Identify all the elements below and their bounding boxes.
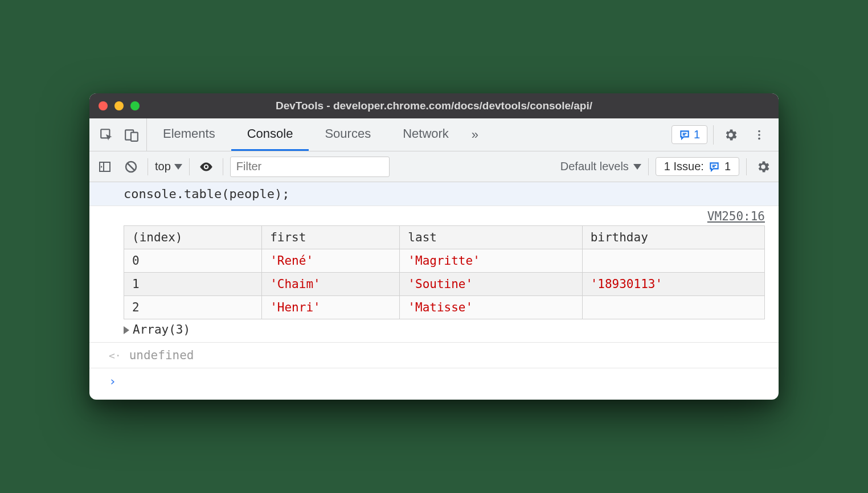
- tab-network[interactable]: Network: [387, 118, 465, 151]
- context-selector[interactable]: top: [155, 160, 182, 173]
- array-summary: Array(3): [133, 323, 190, 336]
- console-table-wrap: (index) first last birthday 0 'René' 'Ma…: [89, 225, 779, 319]
- prompt-glyph: ›: [109, 374, 116, 388]
- messages-count: 1: [694, 128, 700, 141]
- svg-point-4: [758, 134, 760, 136]
- more-tabs-button[interactable]: »: [465, 118, 485, 151]
- devtools-window: DevTools - developer.chrome.com/docs/dev…: [89, 93, 779, 400]
- topright-controls: 1: [672, 118, 774, 151]
- more-options-icon[interactable]: [748, 129, 771, 141]
- inspect-element-icon[interactable]: [94, 118, 119, 151]
- cell-last: 'Magritte': [400, 249, 582, 273]
- svg-point-3: [758, 130, 760, 132]
- levels-label: Default levels: [560, 160, 629, 173]
- cell-birthday: '18930113': [582, 273, 764, 296]
- window-title: DevTools - developer.chrome.com/docs/dev…: [89, 100, 779, 112]
- zoom-window-button[interactable]: [130, 101, 140, 110]
- chevron-down-icon: [174, 164, 182, 170]
- context-label: top: [155, 160, 171, 173]
- cell-birthday: [582, 296, 764, 319]
- cell-index: 0: [124, 249, 262, 273]
- cell-index: 1: [124, 273, 262, 296]
- device-toolbar-icon[interactable]: [119, 118, 144, 151]
- return-arrow-icon: <·: [109, 350, 121, 361]
- live-expression-icon[interactable]: [196, 157, 216, 176]
- close-window-button[interactable]: [99, 101, 108, 110]
- tab-sources[interactable]: Sources: [309, 118, 387, 151]
- th-first[interactable]: first: [262, 226, 400, 249]
- array-summary-line[interactable]: Array(3): [89, 319, 779, 343]
- cell-last: 'Soutine': [400, 273, 582, 296]
- console-prompt[interactable]: ›: [89, 368, 779, 400]
- console-table: (index) first last birthday 0 'René' 'Ma…: [124, 225, 765, 319]
- panel-tabs: Elements Console Sources Network »: [146, 118, 485, 151]
- return-value-line: <· undefined: [89, 343, 779, 368]
- console-input-echo: console.table(people);: [89, 182, 779, 206]
- tabbar: Elements Console Sources Network » 1: [89, 118, 779, 151]
- console-toolbar: top Default levels 1 Issue: 1: [89, 151, 779, 182]
- tab-elements[interactable]: Elements: [147, 118, 231, 151]
- expand-triangle-icon: [124, 326, 129, 334]
- issues-count: 1: [724, 160, 731, 173]
- sidebar-toggle-icon[interactable]: [95, 157, 114, 176]
- tab-console[interactable]: Console: [231, 118, 309, 151]
- th-index[interactable]: (index): [124, 226, 262, 249]
- minimize-window-button[interactable]: [114, 101, 124, 110]
- traffic-lights: [99, 101, 140, 110]
- messages-count-pill[interactable]: 1: [672, 125, 707, 144]
- svg-point-5: [758, 137, 760, 139]
- cell-first: 'René': [262, 249, 400, 273]
- cell-index: 2: [124, 296, 262, 319]
- table-row[interactable]: 1 'Chaim' 'Soutine' '18930113': [124, 273, 765, 296]
- issues-label: 1 Issue:: [664, 160, 704, 173]
- cell-birthday: [582, 249, 764, 273]
- issues-pill[interactable]: 1 Issue: 1: [656, 157, 739, 176]
- cell-first: 'Chaim': [262, 273, 400, 296]
- message-icon: [709, 161, 720, 172]
- th-last[interactable]: last: [400, 226, 582, 249]
- th-birthday[interactable]: birthday: [582, 226, 764, 249]
- table-row[interactable]: 2 'Henri' 'Matisse': [124, 296, 765, 319]
- cell-last: 'Matisse': [400, 296, 582, 319]
- svg-rect-2: [131, 132, 138, 141]
- return-value: undefined: [129, 348, 194, 362]
- filter-input[interactable]: [230, 157, 390, 177]
- chevron-down-icon: [633, 164, 641, 170]
- source-link[interactable]: VM250:16: [89, 206, 779, 225]
- cell-first: 'Henri': [262, 296, 400, 319]
- titlebar: DevTools - developer.chrome.com/docs/dev…: [89, 93, 779, 118]
- svg-point-8: [205, 165, 207, 167]
- clear-console-icon[interactable]: [121, 157, 141, 176]
- table-row[interactable]: 0 'René' 'Magritte': [124, 249, 765, 273]
- console-settings-icon[interactable]: [754, 157, 773, 176]
- log-levels-selector[interactable]: Default levels: [560, 160, 641, 173]
- settings-icon[interactable]: [719, 128, 742, 142]
